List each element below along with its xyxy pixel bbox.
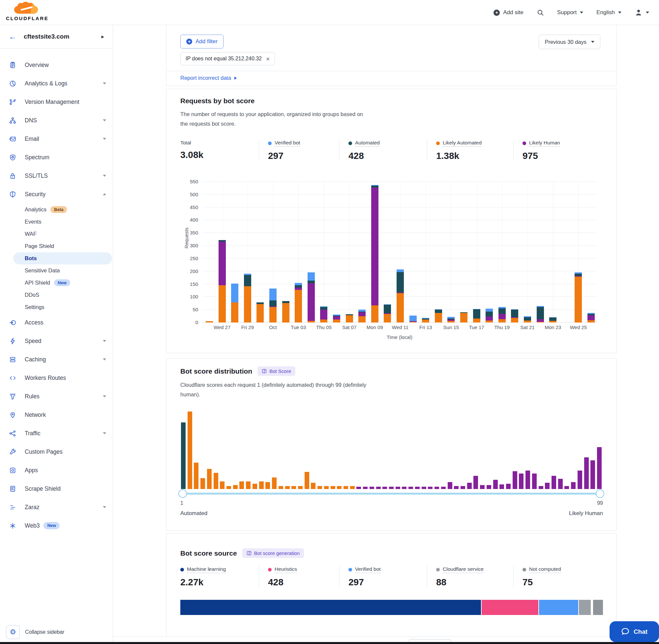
cloudflare-logo[interactable]: CLOUDFLARE (6, 2, 47, 21)
stat-label[interactable]: Heuristics (275, 566, 297, 573)
sidebar-item-overview[interactable]: Overview (0, 56, 113, 74)
bot-score-histogram[interactable] (180, 411, 603, 489)
sidebar-item-security[interactable]: Security (0, 185, 113, 204)
bar-day-14[interactable] (384, 182, 391, 322)
bar-day-18[interactable] (435, 182, 442, 322)
bar-day-20[interactable] (460, 182, 468, 322)
sidebar-item-api-shield[interactable]: API ShieldNew (13, 277, 112, 289)
collapse-sidebar[interactable]: ⚙ Collapse sidebar (6, 625, 64, 639)
bot-score-badge[interactable]: Bot Score (257, 366, 296, 376)
bar-day-16[interactable] (409, 182, 417, 322)
sidebar-item-traffic[interactable]: Traffic (0, 424, 113, 442)
bar-day-1[interactable] (218, 182, 226, 322)
remove-filter-icon[interactable]: × (266, 56, 270, 62)
sidebar-item-rules[interactable]: Rules (0, 387, 113, 406)
sidebar-item-workers-routes[interactable]: Workers Routes (0, 369, 113, 387)
bar-day-7[interactable] (295, 182, 302, 322)
sidebar-item-network[interactable]: Network (0, 406, 113, 424)
sidebar-item-dns[interactable]: DNS (0, 111, 113, 130)
sidebar-item-events[interactable]: Events (13, 216, 112, 228)
bar-day-2[interactable] (231, 182, 238, 322)
score-range-slider[interactable] (180, 493, 603, 495)
bar-day-4[interactable] (257, 182, 264, 322)
source-segment-verified-bot[interactable] (539, 600, 578, 615)
bar-day-9[interactable] (320, 182, 327, 322)
slider-handle-max[interactable] (596, 489, 604, 498)
report-incorrect-data-link[interactable]: Report incorrect data (180, 75, 237, 81)
stat-label[interactable]: Likely Human (529, 140, 560, 147)
bar-day-10[interactable] (333, 182, 340, 322)
sidebar-item-custom-pages[interactable]: Custom Pages (0, 442, 113, 461)
site-expand-icon[interactable]: ▶ (101, 34, 104, 39)
filter-chip[interactable]: IP does not equal 35.212.240.32 × (180, 52, 275, 65)
source-distribution-bar[interactable] (180, 600, 603, 615)
sidebar-item-page-shield[interactable]: Page Shield (13, 240, 112, 252)
bar-day-6[interactable] (282, 182, 289, 322)
bar-day-15[interactable] (397, 182, 404, 322)
stat-label[interactable]: Not computed (529, 566, 561, 573)
bar-day-3[interactable] (244, 182, 251, 322)
gear-icon[interactable]: ⚙ (6, 625, 20, 639)
add-filter-button[interactable]: + Add filter (180, 34, 223, 48)
sidebar-item-waf[interactable]: WAF (13, 228, 112, 240)
sidebar-item-sensitive-data[interactable]: Sensitive Data (13, 264, 112, 277)
requests-chart[interactable] (202, 182, 597, 322)
source-segment-not-computed[interactable] (593, 600, 603, 615)
bar-day-13[interactable] (371, 182, 378, 322)
sidebar-item-caching[interactable]: Caching (0, 350, 113, 369)
sidebar-item-spectrum[interactable]: Spectrum (0, 148, 113, 166)
sidebar-item-analytics[interactable]: AnalyticsBeta (13, 204, 112, 216)
sidebar-item-ssl-tls[interactable]: SSL/TLS (0, 166, 113, 185)
back-arrow-icon[interactable]: ← (8, 32, 17, 41)
sidebar-item-web3[interactable]: Web3New (0, 516, 113, 535)
wrench-icon (9, 448, 16, 455)
bar-day-27[interactable] (549, 182, 557, 322)
source-segment-cloudflare-service[interactable] (579, 600, 590, 615)
account-menu[interactable] (635, 8, 649, 17)
bar-day-25[interactable] (524, 182, 531, 322)
sidebar-item-apps[interactable]: Apps (0, 461, 113, 480)
stat-label[interactable]: Automated (355, 140, 380, 147)
bar-day-0[interactable] (206, 182, 213, 322)
histogram-bar-likely-human (356, 487, 361, 489)
bot-score-generation-badge[interactable]: Bot score generation (242, 548, 304, 558)
sidebar-item-scrape-shield[interactable]: Scrape Shield (0, 480, 113, 498)
source-segment-machine-learning[interactable] (180, 600, 481, 615)
bar-day-30[interactable] (587, 182, 595, 322)
bar-day-24[interactable] (511, 182, 518, 322)
slider-handle-min[interactable] (178, 489, 187, 498)
bar-day-26[interactable] (537, 182, 544, 322)
bar-day-8[interactable] (308, 182, 315, 322)
bar-day-22[interactable] (486, 182, 493, 322)
stat-label[interactable]: Verified bot (275, 140, 300, 147)
bar-day-17[interactable] (422, 182, 429, 322)
sidebar-item-version-management[interactable]: Version Management (0, 93, 113, 111)
add-site-button[interactable]: + Add site (494, 9, 523, 16)
bar-day-5[interactable] (269, 182, 277, 322)
source-segment-heuristics[interactable] (481, 600, 538, 615)
stat-label[interactable]: Machine learning (187, 566, 226, 573)
bar-day-29[interactable] (574, 182, 582, 322)
bar-day-19[interactable] (447, 182, 455, 322)
support-menu[interactable]: Support (557, 9, 584, 16)
bar-day-23[interactable] (498, 182, 506, 322)
stat-label[interactable]: Verified bot (355, 566, 381, 573)
sidebar-item-settings[interactable]: Settings (13, 301, 112, 313)
sidebar-item-speed[interactable]: Speed (0, 332, 113, 350)
sidebar-item-ddos[interactable]: DDoS (13, 289, 112, 301)
search-icon[interactable] (537, 9, 544, 16)
bar-day-28[interactable] (562, 182, 569, 322)
language-menu[interactable]: English (596, 9, 621, 16)
sidebar-item-access[interactable]: Access (0, 313, 113, 332)
bar-day-21[interactable] (473, 182, 480, 322)
sidebar-item-bots[interactable]: Bots (13, 252, 112, 264)
chat-button[interactable]: Chat (610, 621, 659, 642)
sidebar-item-analytics-logs[interactable]: Analytics & Logs (0, 74, 113, 93)
stat-label[interactable]: Likely Automated (443, 140, 481, 147)
date-range-dropdown[interactable]: Previous 30 days (539, 34, 600, 49)
sidebar-item-zaraz[interactable]: Zaraz (0, 498, 113, 516)
bar-day-12[interactable] (358, 182, 366, 322)
stat-label[interactable]: Cloudflare service (443, 566, 484, 573)
bar-day-11[interactable] (346, 182, 353, 322)
sidebar-item-email[interactable]: Email (0, 130, 113, 148)
